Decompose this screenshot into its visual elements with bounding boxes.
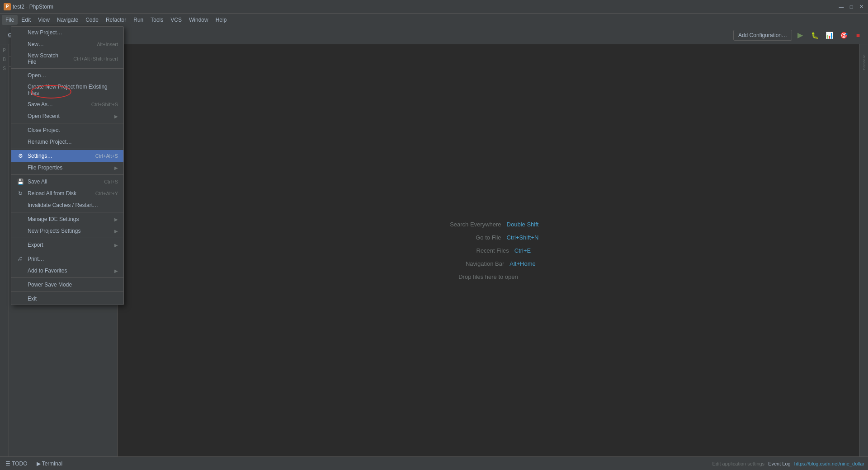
menu-print[interactable]: 🖨 Print… (11, 253, 123, 265)
open-label: Open… (28, 72, 46, 79)
right-sidebar-icon-db[interactable]: Database (860, 49, 868, 76)
export-label: Export (28, 242, 43, 248)
menu-invalidate-caches[interactable]: Invalidate Caches / Restart… (11, 199, 123, 211)
divider-7 (11, 252, 123, 252)
hint-recent-label: Recent Files (446, 247, 509, 254)
coverage-button[interactable]: 🎯 (837, 29, 850, 42)
hint-navigation-bar: Navigation Bar Alt+Home (441, 260, 535, 267)
app-icon: P (4, 3, 11, 10)
menu-window[interactable]: Window (185, 15, 212, 25)
menu-create-from-existing[interactable]: Create New Project from Existing Files (11, 81, 123, 99)
new-shortcut: Alt+Insert (97, 42, 118, 47)
titlebar-controls[interactable]: — □ ✕ (838, 4, 864, 10)
menu-manage-ide[interactable]: Manage IDE Settings ▶ (11, 213, 123, 225)
hint-goto-label: Go to File (438, 234, 501, 241)
menu-new[interactable]: New… Alt+Insert (11, 38, 123, 50)
save-all-label: Save All (28, 179, 47, 185)
menu-open-recent[interactable]: Open Recent ▶ (11, 110, 123, 122)
hint-nav-key: Alt+Home (509, 260, 535, 267)
titlebar-left: P test2 - PhpStorm (4, 3, 53, 10)
power-save-label: Power Save Mode (28, 282, 72, 288)
menu-file-properties[interactable]: File Properties ▶ (11, 162, 123, 174)
menu-tools[interactable]: Tools (147, 15, 167, 25)
menu-navigate[interactable]: Navigate (53, 15, 82, 25)
menu-refactor[interactable]: Refactor (102, 15, 130, 25)
hint-goto-key: Ctrl+Shift+N (507, 234, 539, 241)
menu-reload-all[interactable]: ↻ Reload All from Disk Ctrl+Alt+Y (11, 188, 123, 199)
todo-tab[interactable]: ☰ TODO (4, 461, 29, 467)
divider-8 (11, 277, 123, 278)
menu-vcs[interactable]: VCS (167, 15, 185, 25)
right-sidebar: Database (859, 44, 868, 456)
hint-search-label: Search Everywhere (438, 221, 501, 228)
close-project-label: Close Project (28, 127, 60, 133)
new-proj-settings-arrow: ▶ (114, 229, 118, 234)
file-props-label: File Properties (28, 164, 62, 171)
status-link[interactable]: https://blog.csdn.net/nine_dollar (794, 461, 864, 466)
hint-go-to-file: Go to File Ctrl+Shift+N (438, 234, 539, 241)
menu-edit[interactable]: Edit (18, 15, 34, 25)
bottombar: ☰ TODO ▶ Terminal Edit application setti… (0, 456, 868, 470)
save-as-icon (17, 101, 24, 108)
divider-6 (11, 238, 123, 238)
profile-button[interactable]: 📊 (823, 29, 835, 42)
settings-shortcut: Ctrl+Alt+S (95, 153, 118, 159)
menu-new-project[interactable]: New Project… (11, 27, 123, 38)
open-recent-arrow: ▶ (114, 114, 118, 119)
manage-ide-arrow: ▶ (114, 217, 118, 222)
menu-file[interactable]: File (2, 15, 18, 25)
maximize-button[interactable]: □ (848, 4, 854, 10)
rename-label: Rename Project… (28, 139, 72, 145)
menu-add-favorites[interactable]: Add to Favorites ▶ (11, 265, 123, 277)
hint-nav-label: Navigation Bar (441, 260, 504, 267)
sidebar-icon-2[interactable]: B (0, 55, 9, 63)
menu-help[interactable]: Help (212, 15, 231, 25)
menu-view[interactable]: View (34, 15, 53, 25)
open-recent-label: Open Recent (28, 113, 60, 119)
content-area: Search Everywhere Double Shift Go to Fil… (118, 44, 859, 456)
menu-save-all[interactable]: 💾 Save All Ctrl+S (11, 176, 123, 188)
terminal-tab[interactable]: ▶ Terminal (35, 461, 64, 467)
rename-icon (17, 138, 24, 146)
file-props-arrow: ▶ (114, 165, 118, 170)
menu-save-as[interactable]: Save As… Ctrl+Shift+S (11, 99, 123, 110)
divider-1 (11, 68, 123, 69)
terminal-tab-label: ▶ Terminal (37, 461, 62, 467)
close-project-icon (17, 127, 24, 134)
menu-settings[interactable]: ⚙ Settings… Ctrl+Alt+S (11, 150, 123, 162)
menu-run[interactable]: Run (130, 15, 147, 25)
save-as-label: Save As… (28, 101, 53, 108)
manage-ide-icon (17, 216, 24, 223)
stop-button[interactable]: ■ (852, 29, 864, 42)
hint-drop-files: Drop files here to open (458, 273, 518, 280)
menu-exit[interactable]: Exit (11, 293, 123, 305)
divider-2 (11, 123, 123, 123)
menubar: File Edit View Navigate Code Refactor Ru… (0, 14, 868, 26)
menu-code[interactable]: Code (82, 15, 102, 25)
scratch-shortcut: Ctrl+Alt+Shift+Insert (73, 56, 118, 61)
menu-rename-project[interactable]: Rename Project… (11, 136, 123, 148)
add-configuration-button[interactable]: Add Configuration… (733, 30, 792, 41)
menu-open[interactable]: Open… (11, 70, 123, 81)
export-icon (17, 241, 24, 249)
debug-button[interactable]: 🐛 (808, 29, 821, 42)
menu-new-projects-settings[interactable]: New Projects Settings ▶ (11, 225, 123, 237)
settings-icon: ⚙ (17, 152, 24, 160)
invalidate-icon (17, 202, 24, 209)
titlebar: P test2 - PhpStorm — □ ✕ (0, 0, 868, 14)
menu-new-scratch[interactable]: New Scratch File Ctrl+Alt+Shift+Insert (11, 50, 123, 67)
menu-export[interactable]: Export ▶ (11, 239, 123, 251)
sidebar-icon-1[interactable]: P (0, 46, 9, 54)
run-button[interactable]: ▶ (794, 29, 807, 42)
export-arrow: ▶ (114, 243, 118, 248)
new-proj-settings-icon (17, 227, 24, 235)
minimize-button[interactable]: — (838, 4, 844, 10)
hint-search-everywhere: Search Everywhere Double Shift (438, 221, 539, 228)
menu-power-save[interactable]: Power Save Mode (11, 279, 123, 291)
file-props-icon (17, 164, 24, 171)
sidebar-icon-3[interactable]: S (0, 64, 9, 72)
todo-tab-label: ☰ TODO (5, 461, 28, 467)
save-as-shortcut: Ctrl+Shift+S (91, 102, 118, 107)
close-button[interactable]: ✕ (858, 4, 864, 10)
menu-close-project[interactable]: Close Project (11, 124, 123, 136)
